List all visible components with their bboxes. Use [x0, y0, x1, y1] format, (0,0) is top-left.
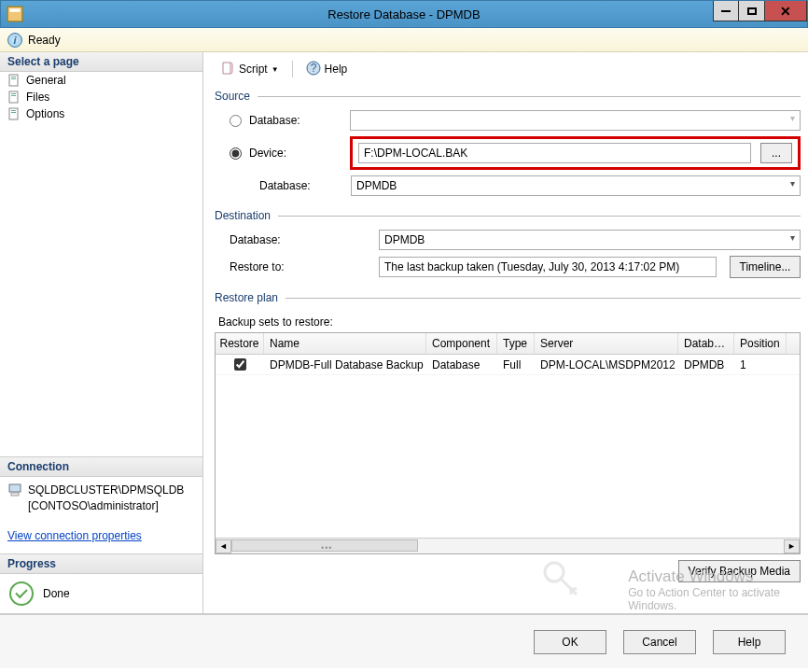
source-device-radio-label: Device: — [249, 147, 350, 160]
col-name[interactable]: Name — [264, 333, 426, 354]
close-button[interactable]: ✕ — [765, 1, 807, 21]
view-connection-properties-link[interactable]: View connection properties — [0, 525, 202, 553]
connection-server: SQLDBCLUSTER\DPMSQLDB — [28, 483, 184, 498]
svg-text:?: ? — [310, 62, 316, 75]
svg-rect-7 — [11, 95, 16, 96]
restore-to-input — [379, 257, 717, 277]
title-bar: Restore Database - DPMDB ✕ — [0, 0, 808, 28]
progress-header: Progress — [0, 553, 202, 574]
page-label: Options — [26, 107, 64, 120]
restore-plan-group-label: Restore plan — [215, 291, 278, 304]
cell-name: DPMDB-Full Database Backup — [264, 357, 426, 373]
scroll-thumb[interactable]: ••• — [231, 539, 418, 552]
cell-position: 1 — [734, 357, 787, 373]
destination-database-select[interactable] — [379, 230, 801, 250]
info-icon: i — [7, 33, 22, 48]
cell-database: DPMDB — [678, 357, 734, 373]
page-icon — [7, 107, 21, 120]
connection-header: Connection — [0, 456, 202, 477]
svg-rect-4 — [11, 78, 16, 79]
source-db-label: Database: — [259, 179, 351, 192]
select-page-header: Select a page — [0, 52, 202, 72]
svg-rect-9 — [11, 110, 16, 111]
device-path-input[interactable] — [358, 143, 751, 163]
connection-user: [CONTOSO\administrator] — [28, 498, 184, 514]
svg-rect-10 — [11, 112, 16, 113]
status-strip: i Ready — [0, 28, 808, 52]
table-row[interactable]: DPMDB-Full Database Backup Database Full… — [216, 355, 800, 375]
content-pane: Script ▼ ? Help Source Database: Device: — [203, 52, 808, 613]
sidebar: Select a page General Files Options Conn… — [0, 52, 203, 613]
page-options[interactable]: Options — [0, 105, 202, 122]
window-title: Restore Database - DPMDB — [327, 7, 480, 21]
backup-sets-table: Restore Name Component Type Server Datab… — [215, 332, 801, 554]
verify-backup-media-button[interactable]: Verify Backup Media — [678, 560, 801, 582]
browse-device-button[interactable]: ... — [760, 143, 792, 163]
page-files[interactable]: Files — [0, 89, 202, 105]
dropdown-arrow-icon: ▼ — [272, 65, 279, 74]
content-toolbar: Script ▼ ? Help — [215, 56, 801, 82]
cell-component: Database — [426, 357, 497, 373]
script-button[interactable]: Script ▼ — [215, 59, 285, 80]
scroll-right-arrow-icon[interactable]: ► — [784, 539, 800, 553]
script-label: Script — [239, 63, 268, 76]
source-device-radio[interactable] — [230, 147, 242, 160]
svg-rect-6 — [11, 93, 16, 94]
done-icon — [9, 581, 34, 606]
col-position[interactable]: Position — [734, 333, 787, 354]
help-label: Help — [325, 63, 348, 76]
ok-button[interactable]: OK — [534, 630, 606, 654]
svg-rect-11 — [9, 484, 21, 492]
svg-rect-12 — [11, 493, 19, 496]
scroll-left-arrow-icon[interactable]: ◄ — [216, 539, 231, 553]
app-icon — [7, 6, 23, 22]
help-icon: ? — [306, 61, 321, 78]
page-label: General — [26, 74, 66, 87]
page-icon — [7, 74, 21, 87]
timeline-button[interactable]: Timeline... — [730, 256, 801, 278]
svg-rect-3 — [11, 77, 16, 77]
destination-group-label: Destination — [215, 209, 271, 222]
cell-server: DPM-LOCAL\MSDPM2012 — [535, 357, 678, 373]
col-server[interactable]: Server — [535, 333, 678, 354]
minimize-button[interactable] — [713, 1, 739, 21]
col-restore[interactable]: Restore — [216, 333, 264, 354]
help-dialog-button[interactable]: Help — [713, 630, 786, 654]
maximize-button[interactable] — [739, 1, 765, 21]
svg-rect-5 — [9, 91, 18, 103]
source-database-radio-label: Database: — [249, 114, 350, 127]
col-database[interactable]: Database — [678, 333, 734, 354]
source-database-value-select[interactable] — [351, 175, 801, 196]
source-group-label: Source — [215, 90, 250, 103]
page-general[interactable]: General — [0, 72, 202, 89]
page-icon — [7, 91, 21, 104]
svg-rect-2 — [9, 75, 18, 86]
dest-db-label: Database: — [230, 233, 379, 246]
restore-checkbox[interactable] — [234, 358, 246, 371]
help-button[interactable]: ? Help — [300, 59, 354, 80]
source-database-radio[interactable] — [230, 115, 242, 127]
backup-sets-label: Backup sets to restore: — [218, 315, 801, 329]
device-highlight-box: ... — [350, 136, 801, 170]
svg-rect-8 — [9, 108, 18, 119]
cell-type: Full — [497, 357, 535, 373]
script-icon — [220, 61, 235, 78]
server-icon — [7, 483, 22, 500]
progress-status: Done — [43, 587, 70, 600]
cancel-button[interactable]: Cancel — [623, 630, 696, 654]
col-component[interactable]: Component — [426, 333, 497, 354]
page-label: Files — [26, 91, 49, 104]
horizontal-scrollbar[interactable]: ◄ ••• ► — [216, 538, 800, 553]
status-text: Ready — [28, 34, 61, 47]
source-database-select[interactable] — [350, 110, 801, 131]
restore-to-label: Restore to: — [230, 260, 379, 273]
col-type[interactable]: Type — [497, 333, 535, 354]
toolbar-divider — [292, 61, 293, 77]
dialog-button-bar: OK Cancel Help — [0, 614, 808, 668]
svg-rect-1 — [9, 8, 20, 11]
